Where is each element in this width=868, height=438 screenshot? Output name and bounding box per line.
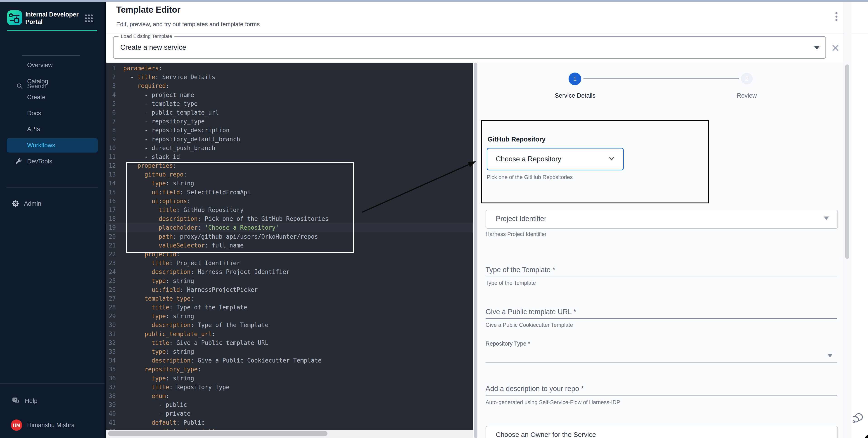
- code-line[interactable]: 34 description: Give a Public Cookiecutt…: [106, 356, 473, 365]
- code-line[interactable]: 37 title: Repository Type: [106, 383, 473, 392]
- more-options-button[interactable]: [835, 12, 838, 23]
- code-line[interactable]: 5 - template_type: [106, 99, 473, 108]
- code-text: - template_type: [123, 100, 198, 107]
- sidebar-item-label: Docs: [27, 110, 41, 117]
- gear-icon: [11, 200, 20, 208]
- code-line[interactable]: 9 - repository_default_branch: [106, 135, 473, 144]
- line-number: 35: [106, 365, 116, 374]
- code-line[interactable]: 26 ui:field: HarnessProjectPicker: [106, 285, 473, 294]
- sidebar-search[interactable]: Search: [0, 42, 104, 52]
- sidebar-item-admin[interactable]: Admin: [7, 197, 98, 211]
- code-line[interactable]: 11 - slack_id: [106, 153, 473, 161]
- code-text: enum:: [123, 393, 169, 399]
- dropdown-caret-icon[interactable]: [827, 354, 833, 357]
- code-line[interactable]: 30 description: Type of the Template: [106, 321, 473, 330]
- code-text: type: string: [123, 313, 194, 319]
- sidebar-item-create[interactable]: Create: [7, 90, 98, 104]
- line-number: 4: [106, 91, 116, 99]
- sidebar: Internal Developer Portal Search Overvie…: [0, 2, 104, 438]
- stepper-step-2[interactable]: 2: [741, 73, 753, 85]
- code-line[interactable]: 39 - public: [106, 401, 473, 409]
- code-line[interactable]: 6 - public_template_url: [106, 108, 473, 117]
- sidebar-edge: [104, 2, 106, 438]
- chat-support-icon[interactable]: [853, 411, 867, 425]
- sidebar-user[interactable]: HM Himanshu Mishra: [7, 418, 102, 433]
- sidebar-item-label: Create: [27, 94, 45, 101]
- code-line[interactable]: 25 type: string: [106, 277, 473, 285]
- code-line[interactable]: 40 - private: [106, 409, 473, 418]
- repo-description-field-underline[interactable]: [486, 396, 837, 396]
- code-line[interactable]: 29 type: string: [106, 312, 473, 321]
- line-number: 41: [106, 418, 116, 427]
- grid-dot: [88, 20, 90, 22]
- sidebar-item-help[interactable]: ? Help: [7, 395, 98, 407]
- code-line[interactable]: 28 title: Type of the Template: [106, 303, 473, 312]
- code-line[interactable]: 7 - repository_type: [106, 117, 473, 126]
- editor-horizontal-scrollbar[interactable]: [106, 430, 473, 438]
- code-line[interactable]: 4 - project_name: [106, 91, 473, 99]
- sidebar-item-devtools[interactable]: DevTools: [7, 154, 98, 169]
- repository-type-field-underline[interactable]: [486, 363, 837, 363]
- line-number: 11: [106, 153, 116, 161]
- code-line[interactable]: 31 public_template_url:: [106, 330, 473, 339]
- code-line[interactable]: 10 - direct_push_branch: [106, 144, 473, 153]
- code-line[interactable]: 23 title: Project Identifier: [106, 259, 473, 268]
- line-number: 13: [106, 170, 116, 179]
- line-number: 21: [106, 241, 116, 250]
- sidebar-item-label: DevTools: [27, 158, 52, 165]
- yaml-code-editor[interactable]: 1parameters:2 - title: Service Details3 …: [106, 63, 473, 438]
- editor-vertical-scrollbar[interactable]: [474, 63, 477, 438]
- code-text: type: string: [123, 348, 194, 355]
- line-number: 1: [106, 64, 116, 73]
- app-grid-icon[interactable]: [85, 14, 93, 22]
- line-number: 2: [106, 73, 116, 81]
- stepper-connector: [584, 78, 739, 79]
- chat-widget-corner[interactable]: [862, 432, 868, 438]
- line-number: 36: [106, 374, 116, 383]
- sidebar-item-docs[interactable]: Docs: [7, 106, 98, 121]
- app-logo[interactable]: [7, 10, 22, 25]
- sidebar-item-overview[interactable]: Overview: [7, 58, 98, 72]
- grid-dot: [88, 14, 90, 16]
- code-line[interactable]: 36 type: string: [106, 374, 473, 383]
- template-type-field-underline[interactable]: [486, 276, 837, 276]
- code-text: public_template_url:: [123, 331, 215, 337]
- code-text: - direct_push_branch: [123, 145, 215, 151]
- code-line[interactable]: 35 repository_type:: [106, 365, 473, 374]
- page-scrollbar-thumb[interactable]: [845, 64, 849, 259]
- load-template-select[interactable]: [113, 36, 826, 59]
- code-line[interactable]: 41 default: Public: [106, 418, 473, 427]
- line-number: 15: [106, 188, 116, 197]
- line-number: 28: [106, 303, 116, 312]
- code-line[interactable]: 33 type: string: [106, 347, 473, 356]
- line-number: 12: [106, 161, 116, 170]
- public-template-url-field-underline[interactable]: [486, 318, 837, 319]
- grid-dot: [85, 18, 87, 19]
- sidebar-item-workflows[interactable]: Workflows: [7, 138, 98, 153]
- code-line[interactable]: 27 template_type:: [106, 294, 473, 303]
- dropdown-caret-icon[interactable]: [814, 46, 820, 49]
- line-number: 10: [106, 144, 116, 153]
- code-line[interactable]: 2 - title: Service Details: [106, 73, 473, 81]
- chevron-down-icon: [608, 155, 615, 162]
- line-number: 29: [106, 312, 116, 321]
- code-text: title: Give a Public template URL: [123, 339, 269, 346]
- kebab-dot: [835, 12, 837, 14]
- stepper-step-1[interactable]: 1: [568, 72, 581, 85]
- sidebar-item-apis[interactable]: APIs: [7, 122, 98, 136]
- code-text: description: Harness Project Identifier: [123, 269, 290, 275]
- line-number: 20: [106, 232, 116, 241]
- code-line[interactable]: 24 description: Harness Project Identifi…: [106, 268, 473, 276]
- public-template-url-helper: Give a Public Cookiecutter Template: [486, 322, 573, 328]
- code-line[interactable]: 1parameters:: [106, 64, 473, 73]
- code-line[interactable]: 8 - repositoty_description: [106, 126, 473, 135]
- code-line[interactable]: 3 required:: [106, 81, 473, 91]
- sidebar-item-label: Admin: [24, 200, 41, 207]
- code-line[interactable]: 32 title: Give a Public template URL: [106, 339, 473, 347]
- close-icon[interactable]: [831, 44, 839, 52]
- sidebar-item-catalog[interactable]: Catalog: [7, 74, 98, 89]
- line-number: 3: [106, 81, 116, 91]
- code-line[interactable]: 38 enum:: [106, 392, 473, 401]
- help-bubble-icon: ?: [11, 396, 20, 405]
- editor-horizontal-scrollbar-thumb[interactable]: [108, 431, 328, 436]
